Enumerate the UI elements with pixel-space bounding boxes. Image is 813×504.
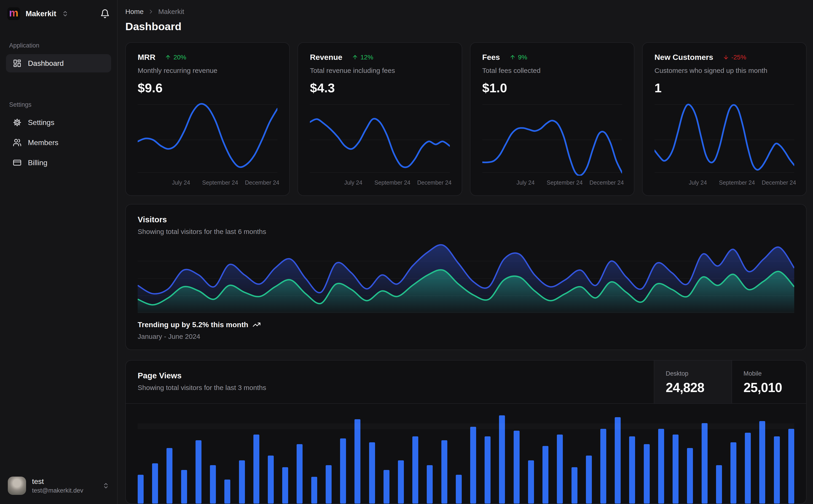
x-axis-ticks: July 24 September 24 December 24 xyxy=(138,179,278,189)
page-views-bar xyxy=(586,456,592,504)
chevron-right-icon xyxy=(148,8,154,15)
page-views-titles: Page Views Showing total visitors for th… xyxy=(126,361,654,403)
trend-badge: 12% xyxy=(352,54,373,61)
metric-chart: July 24 September 24 December 24 xyxy=(138,101,278,189)
visitors-card: Visitors Showing total visitors for the … xyxy=(125,204,807,350)
user-email: test@makerkit.dev xyxy=(32,487,83,494)
page-views-bar xyxy=(268,456,274,504)
metric-card-new-customers: New Customers -25% Customers who signed … xyxy=(642,42,807,196)
arrow-up-icon xyxy=(165,54,171,60)
avatar xyxy=(8,477,26,495)
metric-head: Fees 9% xyxy=(482,53,622,62)
metric-description: Customers who signed up this month xyxy=(655,67,794,74)
sidebar-item-settings[interactable]: Settings xyxy=(6,113,111,132)
x-tick: December 24 xyxy=(762,179,796,186)
logo-letter: m xyxy=(9,8,19,18)
arrow-up-icon xyxy=(352,54,358,60)
visitors-area-chart xyxy=(138,244,794,313)
sidebar-item-label: Settings xyxy=(28,118,54,127)
x-axis-ticks: July 24 September 24 December 24 xyxy=(310,179,450,189)
page-views-bar xyxy=(557,435,563,504)
page-views-bar xyxy=(731,442,736,504)
user-menu[interactable]: test test@makerkit.dev xyxy=(6,475,111,496)
sidebar-item-members[interactable]: Members xyxy=(6,133,111,152)
page-views-bar xyxy=(138,475,144,504)
page-views-bar xyxy=(239,460,245,504)
main-content: Home Makerkit Dashboard MRR 20% Monthly … xyxy=(117,0,813,504)
arrow-up-icon xyxy=(509,54,516,60)
page-views-subtitle: Showing total visitors for the last 3 mo… xyxy=(138,384,642,392)
page-views-bar xyxy=(542,446,548,504)
metric-value: $9.6 xyxy=(138,80,278,95)
tab-desktop[interactable]: Desktop 24,828 xyxy=(654,361,732,403)
notifications-button[interactable] xyxy=(100,9,110,19)
sparkline xyxy=(655,101,794,176)
page-views-bar xyxy=(774,436,780,504)
makerkit-logo: m xyxy=(7,7,20,20)
metric-title: MRR xyxy=(138,53,155,62)
x-tick: December 24 xyxy=(245,179,279,186)
page-views-title: Page Views xyxy=(138,371,642,380)
sidebar-item-label: Dashboard xyxy=(28,59,64,68)
breadcrumb: Home Makerkit xyxy=(125,8,807,16)
page-views-bar xyxy=(629,436,635,504)
x-tick: July 24 xyxy=(344,179,362,186)
team-switcher[interactable]: m Makerkit xyxy=(7,7,69,20)
page-views-bar xyxy=(282,467,288,504)
page-views-bar xyxy=(528,460,534,504)
page-views-bar xyxy=(470,427,476,504)
x-axis-ticks: July 24 September 24 December 24 xyxy=(482,179,622,189)
metric-value: 1 xyxy=(655,80,794,95)
sidebar-item-dashboard[interactable]: Dashboard xyxy=(6,54,111,72)
page-views-bar xyxy=(224,480,230,504)
tab-mobile[interactable]: Mobile 25,010 xyxy=(732,361,806,403)
metric-card-revenue: Revenue 12% Total revenue including fees… xyxy=(298,42,462,196)
page-views-bar xyxy=(369,442,375,504)
metric-card-fees: Fees 9% Total fees collected $1.0 July 2… xyxy=(470,42,635,196)
metric-value: $4.3 xyxy=(310,80,450,95)
page-views-bar xyxy=(759,421,765,504)
billing-icon xyxy=(13,158,21,167)
team-name: Makerkit xyxy=(26,9,56,18)
page-views-bar xyxy=(195,440,201,504)
visitors-footer: Trending up by 5.2% this month xyxy=(138,321,794,329)
sparkline xyxy=(482,101,622,176)
page-views-bar xyxy=(788,429,794,504)
x-tick: September 24 xyxy=(719,179,755,186)
trend-value: 9% xyxy=(518,54,527,61)
page-views-bar xyxy=(499,415,505,504)
metric-head: New Customers -25% xyxy=(655,53,794,62)
page-views-bar xyxy=(673,435,679,504)
page-views-bar xyxy=(514,431,519,504)
metric-title: New Customers xyxy=(655,53,713,62)
settings-icon xyxy=(13,118,21,127)
sparkline xyxy=(138,101,278,176)
trending-text: Trending up by 5.2% this month xyxy=(138,321,248,329)
trend-badge: 9% xyxy=(509,54,527,61)
sidebar-item-label: Members xyxy=(28,138,58,147)
sidebar-item-billing[interactable]: Billing xyxy=(6,154,111,172)
dashboard-icon xyxy=(13,59,21,68)
breadcrumb-home[interactable]: Home xyxy=(125,8,144,16)
members-icon xyxy=(13,138,21,147)
trend-value: 20% xyxy=(173,54,186,61)
page-title: Dashboard xyxy=(125,20,807,33)
tab-value: 24,828 xyxy=(666,380,732,395)
metric-value: $1.0 xyxy=(482,80,622,95)
breadcrumb-current: Makerkit xyxy=(158,8,184,16)
page-views-bar-chart xyxy=(138,408,794,504)
metric-description: Total revenue including fees xyxy=(310,67,450,74)
x-tick: July 24 xyxy=(516,179,534,186)
trend-badge: -25% xyxy=(723,54,746,61)
trend-badge: 20% xyxy=(165,54,186,61)
page-views-bar xyxy=(326,465,332,504)
chevrons-up-down-icon xyxy=(102,482,109,489)
page-views-bar xyxy=(254,435,259,504)
page-views-header: Page Views Showing total visitors for th… xyxy=(126,361,806,404)
sidebar-nav: Application Dashboard Settings Settings … xyxy=(6,42,111,174)
sidebar-item-label: Billing xyxy=(28,159,47,167)
metric-title: Fees xyxy=(482,53,500,62)
x-tick: July 24 xyxy=(172,179,190,186)
user-name: test xyxy=(32,477,83,486)
page-views-bar xyxy=(427,465,433,504)
